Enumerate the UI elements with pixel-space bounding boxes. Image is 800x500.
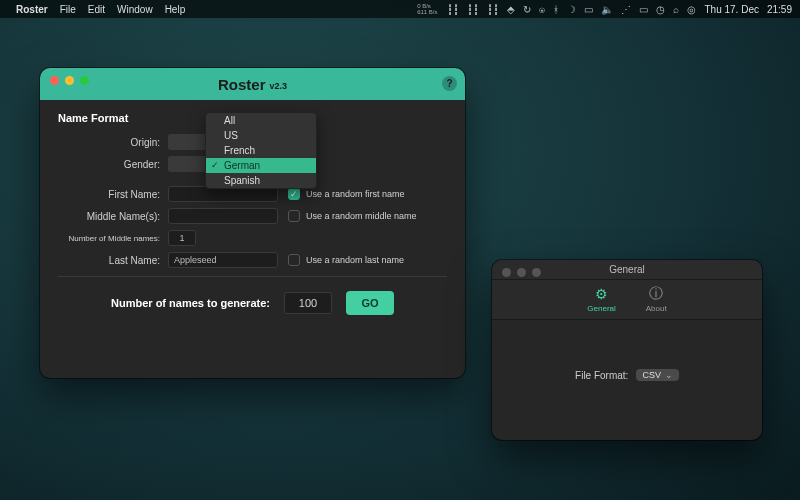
- random-last-name-label: Use a random last name: [306, 255, 404, 265]
- gear-icon: ⚙: [594, 286, 610, 302]
- tab-general[interactable]: ⚙ General: [579, 282, 623, 317]
- bluetooth-icon[interactable]: ᚼ: [553, 4, 559, 15]
- section-divider: [58, 276, 447, 277]
- sync-icon[interactable]: ↻: [523, 4, 531, 15]
- pref-toolbar: ⚙ General ⓘ About: [492, 280, 762, 320]
- istat-icon[interactable]: ┇┇: [447, 4, 459, 15]
- volume-icon[interactable]: 🔈: [601, 4, 613, 15]
- origin-dropdown-menu: All US French German Spanish: [205, 112, 317, 189]
- istat2-icon[interactable]: ┇┇: [467, 4, 479, 15]
- tab-about-label: About: [646, 304, 667, 313]
- gender-label: Gender:: [58, 159, 168, 170]
- generate-prompt: Number of names to generate:: [111, 297, 270, 309]
- origin-option-us[interactable]: US: [206, 128, 316, 143]
- battery-icon[interactable]: ▭: [639, 4, 648, 15]
- middle-count-input[interactable]: 1: [168, 230, 196, 246]
- window-traffic-lights: [50, 76, 89, 85]
- last-name-input[interactable]: Appleseed: [168, 252, 278, 268]
- middle-name-label: Middle Name(s):: [58, 211, 168, 222]
- origin-option-french[interactable]: French: [206, 143, 316, 158]
- last-name-label: Last Name:: [58, 255, 168, 266]
- origin-label: Origin:: [58, 137, 168, 148]
- app-menus: Roster File Edit Window Help: [16, 4, 185, 15]
- network-speed-indicator[interactable]: 0 B/s611 B/s: [417, 3, 437, 15]
- menubar-date[interactable]: Thu 17. Dec: [704, 4, 758, 15]
- istat3-icon[interactable]: ┇┇: [487, 4, 499, 15]
- pref-window-traffic-lights: [502, 268, 541, 277]
- menu-help[interactable]: Help: [165, 4, 186, 15]
- first-name-label: First Name:: [58, 189, 168, 200]
- origin-option-spanish[interactable]: Spanish: [206, 173, 316, 188]
- app-version: v2.3: [269, 81, 287, 91]
- menu-file[interactable]: File: [60, 4, 76, 15]
- pref-zoom-button[interactable]: [532, 268, 541, 277]
- main-window-titlebar: Roster v2.3 ?: [40, 68, 465, 100]
- help-icon[interactable]: ?: [442, 76, 457, 91]
- menu-window[interactable]: Window: [117, 4, 153, 15]
- pref-close-button[interactable]: [502, 268, 511, 277]
- file-format-label: File Format:: [575, 370, 628, 381]
- random-first-name-checkbox[interactable]: ✓: [288, 188, 300, 200]
- go-button[interactable]: GO: [346, 291, 394, 315]
- origin-option-all[interactable]: All: [206, 113, 316, 128]
- clock-icon[interactable]: ◷: [656, 4, 665, 15]
- wifi-icon[interactable]: ⋰: [621, 4, 631, 15]
- dnd-icon[interactable]: ☽: [567, 4, 576, 15]
- zoom-window-button[interactable]: [80, 76, 89, 85]
- user-icon[interactable]: ⍟: [539, 4, 545, 15]
- app-title: Roster: [218, 76, 266, 93]
- spotlight-icon[interactable]: ⌕: [673, 4, 679, 15]
- random-middle-name-label: Use a random middle name: [306, 211, 417, 221]
- airplay-icon[interactable]: ▭: [584, 4, 593, 15]
- dropbox-icon[interactable]: ⬘: [507, 4, 515, 15]
- random-last-name-checkbox[interactable]: [288, 254, 300, 266]
- menu-edit[interactable]: Edit: [88, 4, 105, 15]
- random-middle-name-checkbox[interactable]: [288, 210, 300, 222]
- info-icon: ⓘ: [648, 286, 664, 302]
- generate-count-input[interactable]: 100: [284, 292, 332, 314]
- middle-name-input[interactable]: [168, 208, 278, 224]
- file-format-select[interactable]: CSV: [636, 369, 679, 381]
- tab-general-label: General: [587, 304, 615, 313]
- siri-icon[interactable]: ◎: [687, 4, 696, 15]
- menubar-status-area: 0 B/s611 B/s ┇┇ ┇┇ ┇┇ ⬘ ↻ ⍟ ᚼ ☽ ▭ 🔈 ⋰ ▭ …: [417, 3, 792, 15]
- random-first-name-label: Use a random first name: [306, 189, 405, 199]
- middle-count-label: Number of Middle names:: [58, 234, 168, 243]
- preferences-window: General ⚙ General ⓘ About File Format: C…: [492, 260, 762, 440]
- minimize-window-button[interactable]: [65, 76, 74, 85]
- pref-minimize-button[interactable]: [517, 268, 526, 277]
- close-window-button[interactable]: [50, 76, 59, 85]
- menubar-time[interactable]: 21:59: [767, 4, 792, 15]
- app-menu-name[interactable]: Roster: [16, 4, 48, 15]
- tab-about[interactable]: ⓘ About: [638, 282, 675, 317]
- origin-option-german[interactable]: German: [206, 158, 316, 173]
- roster-main-window: Roster v2.3 ? Name Format Origin: Gender…: [40, 68, 465, 378]
- mac-menubar: Roster File Edit Window Help 0 B/s611 B/…: [0, 0, 800, 18]
- pref-body: File Format: CSV: [492, 320, 762, 430]
